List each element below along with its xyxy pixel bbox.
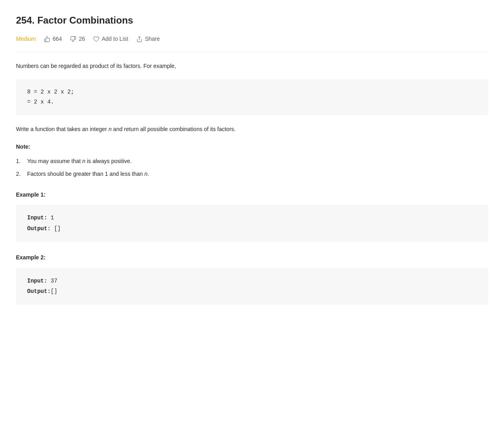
share-label: Share [145, 34, 160, 43]
note-item-2: 2. Factors should be greater than 1 and … [16, 169, 488, 179]
example2-input-row: Input: 37 [27, 276, 477, 287]
code-line-2: = 2 x 4. [27, 97, 477, 107]
example2-output-value: [] [51, 288, 58, 295]
heart-icon [93, 36, 99, 42]
n-italic-3: n [144, 171, 147, 177]
example1-input-label: Input: [27, 215, 47, 221]
example2-input-value: 37 [47, 278, 57, 284]
meta-row: Medium 664 26 Add to List [16, 34, 488, 43]
code-line-1: 8 = 2 x 2 x 2; [27, 87, 477, 97]
intro-text: Numbers can be regarded as product of it… [16, 62, 488, 71]
n-italic-2: n [82, 158, 85, 164]
example1-input-row: Input: 1 [27, 213, 477, 223]
code-example-block: 8 = 2 x 2 x 2; = 2 x 4. [16, 79, 488, 115]
page-container: 254. Factor Combinations Medium 664 26 A [0, 0, 504, 329]
example2-heading: Example 2: [16, 253, 488, 262]
difficulty-badge[interactable]: Medium [16, 34, 36, 43]
example1-heading: Example 1: [16, 190, 488, 199]
example2-output-row: Output:[] [27, 286, 477, 297]
note-text-1: You may assume that n is always positive… [27, 157, 132, 166]
add-to-list-label: Add to List [102, 34, 128, 43]
downvote-button[interactable]: 26 [70, 34, 85, 43]
n-italic-1: n [109, 126, 112, 132]
downvote-count: 26 [79, 34, 85, 43]
upvote-button[interactable]: 664 [44, 34, 62, 43]
share-button[interactable]: Share [136, 34, 160, 43]
note-text-2: Factors should be greater than 1 and les… [27, 169, 149, 179]
note-number-1: 1. [16, 157, 24, 166]
example2-output-label: Output: [27, 288, 51, 295]
problem-title: 254. Factor Combinations [16, 13, 488, 28]
upvote-count: 664 [53, 34, 62, 43]
example1-block: Input: 1 Output: [] [16, 205, 488, 242]
notes-list: 1. You may assume that n is always posit… [16, 157, 488, 179]
note-heading: Note: [16, 142, 488, 151]
note-number-2: 2. [16, 169, 24, 179]
example1-output-row: Output: [] [27, 223, 477, 234]
add-to-list-button[interactable]: Add to List [93, 34, 128, 43]
thumbs-down-icon [70, 36, 76, 42]
note-item-1: 1. You may assume that n is always posit… [16, 157, 488, 166]
example2-input-label: Input: [27, 278, 47, 284]
function-desc-text: Write a function that takes an integer n… [16, 125, 488, 134]
share-icon [136, 36, 143, 42]
example1-output-label: Output: [27, 225, 51, 232]
example1-input-value: 1 [47, 215, 54, 221]
example1-output-value: [] [51, 225, 61, 232]
divider [16, 52, 488, 52]
example2-block: Input: 37 Output:[] [16, 268, 488, 305]
thumbs-up-icon [44, 36, 50, 42]
